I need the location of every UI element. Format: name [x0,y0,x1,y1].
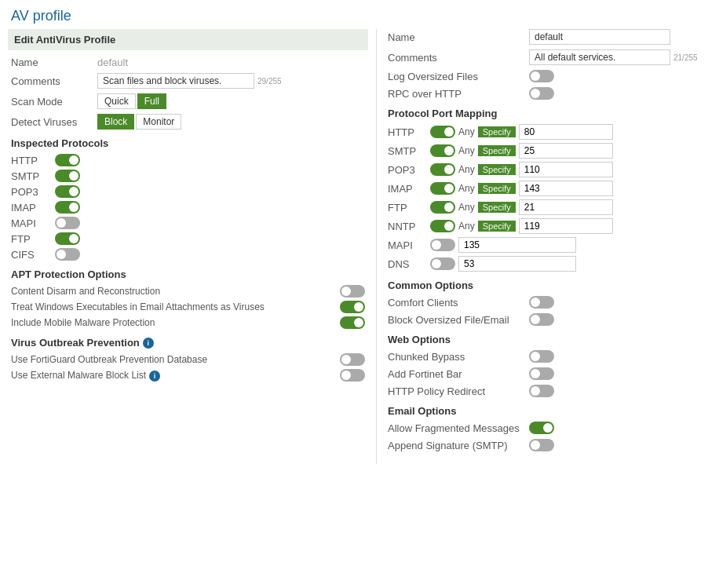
append-signature-toggle[interactable] [529,439,554,451]
http-policy-toggle[interactable] [529,385,554,397]
protocol-label: SMTP [11,170,50,182]
protocol-toggle-http[interactable] [55,154,80,166]
protocol-row: FTP [8,232,368,245]
scan-mode-label: Scan Mode [11,96,97,108]
vop-info-icon[interactable]: i [143,338,154,349]
right-name-input[interactable] [529,29,670,45]
specify-button-imap[interactable]: Specify [478,183,516,194]
append-signature-label: Append Signature (SMTP) [388,440,529,451]
port-input-nntp[interactable] [519,218,613,234]
apt-label: Include Mobile Malware Protection [11,317,155,328]
right-comments-row: Comments 21/255 [388,49,711,65]
right-panel: Name Comments 21/255 Log Oversized Files… [377,29,719,464]
right-comments-char-count: 21/255 [673,53,698,62]
apt-toggle-1[interactable] [340,301,365,313]
chunked-bypass-label: Chunked Bypass [388,351,529,363]
protocol-label: POP3 [11,186,50,198]
comments-char-count: 29/255 [257,77,282,86]
block-oversized-row: Block Oversized File/Email [388,313,711,326]
comments-row: Comments 29/255 [8,73,368,89]
port-toggle-pop3[interactable] [430,163,455,176]
protocol-toggle-pop3[interactable] [55,185,80,198]
apt-row: Treat Windows Executables in Email Attac… [8,301,368,313]
port-protocol-label: NNTP [388,221,427,232]
allow-fragmented-row: Allow Fragmented Messages [388,422,711,434]
port-toggle-http[interactable] [430,126,455,138]
right-comments-label: Comments [388,52,529,64]
mapi-toggle[interactable] [430,239,455,251]
vop-toggle-1[interactable] [340,369,365,382]
specify-button-smtp[interactable]: Specify [478,145,516,156]
common-options-title: Common Options [388,279,711,291]
apt-toggle-2[interactable] [340,316,365,329]
apt-container: Content Disarm and Reconstruction Treat … [8,285,368,329]
port-row: POP3 Any Specify [388,162,711,177]
mapi-port-input[interactable] [458,237,576,253]
port-toggle-smtp[interactable] [430,144,455,157]
scan-mode-full-button[interactable]: Full [137,93,166,109]
allow-fragmented-label: Allow Fragmented Messages [388,422,529,434]
block-oversized-toggle[interactable] [529,313,554,326]
protocol-row: MAPI [8,217,368,229]
specify-button-pop3[interactable]: Specify [478,164,516,175]
inspected-protocols-title: Inspected Protocols [11,137,368,149]
specify-button-http[interactable]: Specify [478,126,516,137]
port-input-smtp[interactable] [519,143,613,159]
right-comments-input[interactable] [529,49,670,65]
protocol-port-title: Protocol Port Mapping [388,108,711,119]
port-input-http[interactable] [519,124,613,140]
vop-container: Use FortiGuard Outbreak Prevention Datab… [8,353,368,382]
port-protocol-label: SMTP [388,145,427,157]
apt-title: APT Protection Options [11,268,368,280]
port-toggle-nntp[interactable] [430,220,455,232]
protocol-label: FTP [11,233,50,245]
protocol-toggle-smtp[interactable] [55,170,80,182]
right-name-row: Name [388,29,711,45]
protocol-label: IMAP [11,202,50,214]
rpc-label: RPC over HTTP [388,88,529,100]
port-input-pop3[interactable] [519,162,613,177]
port-toggle-ftp[interactable] [430,201,455,214]
add-fortinet-toggle[interactable] [529,367,554,380]
detect-viruses-label: Detect Viruses [11,116,97,128]
rpc-toggle[interactable] [529,87,554,100]
add-fortinet-row: Add Fortinet Bar [388,367,711,380]
comments-input[interactable] [97,73,254,89]
comfort-clients-toggle[interactable] [529,296,554,309]
protocol-label: CIFS [11,249,50,261]
log-oversized-row: Log Oversized Files [388,70,711,82]
log-oversized-toggle[interactable] [529,70,554,82]
port-input-ftp[interactable] [519,199,613,215]
apt-row: Include Mobile Malware Protection [8,316,368,329]
protocol-toggle-imap[interactable] [55,201,80,214]
scan-mode-row: Scan Mode Quick Full [8,93,368,109]
specify-button-ftp[interactable]: Specify [478,202,516,213]
vop-toggle-0[interactable] [340,353,365,366]
vop-row: Use External Malware Block Listi [8,369,368,382]
allow-fragmented-toggle[interactable] [529,422,554,434]
protocol-toggle-cifs[interactable] [55,248,80,261]
chunked-bypass-toggle[interactable] [529,350,554,363]
detect-block-button[interactable]: Block [97,114,134,130]
http-policy-label: HTTP Policy Redirect [388,385,529,397]
protocol-toggle-ftp[interactable] [55,232,80,245]
port-input-imap[interactable] [519,181,613,196]
dns-port-input[interactable] [458,256,576,272]
apt-toggle-0[interactable] [340,285,365,298]
vop-option-info-icon-1[interactable]: i [149,371,160,382]
detect-monitor-button[interactable]: Monitor [136,114,181,130]
any-text: Any [458,221,475,232]
dns-toggle[interactable] [430,257,455,270]
append-signature-row: Append Signature (SMTP) [388,439,711,451]
any-text: Any [458,126,475,137]
port-row: SMTP Any Specify [388,143,711,159]
log-oversized-label: Log Oversized Files [388,71,529,82]
specify-button-nntp[interactable]: Specify [478,221,516,232]
port-toggle-imap[interactable] [430,182,455,195]
protocol-row: HTTP [8,154,368,166]
protocol-label: HTTP [11,155,50,166]
left-panel: Edit AntiVirus Profile Name default Comm… [0,29,377,464]
dns-label: DNS [388,258,427,270]
protocol-toggle-mapi[interactable] [55,217,80,229]
scan-mode-quick-button[interactable]: Quick [97,93,136,109]
